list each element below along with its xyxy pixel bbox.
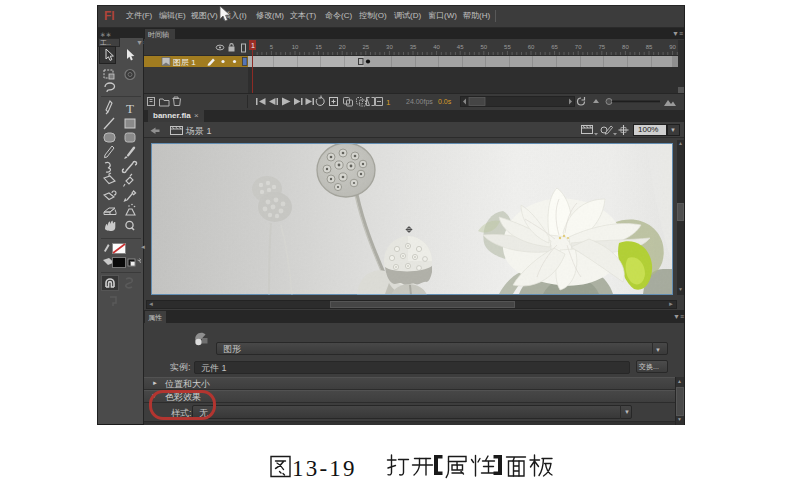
svg-text:50: 50 bbox=[480, 44, 487, 50]
svg-text:1: 1 bbox=[386, 98, 391, 107]
svg-text:40: 40 bbox=[433, 44, 440, 50]
svg-text:10: 10 bbox=[292, 44, 299, 50]
svg-text:90: 90 bbox=[669, 44, 676, 50]
svg-text:5: 5 bbox=[270, 44, 274, 50]
svg-text:T: T bbox=[126, 101, 134, 116]
svg-text:85: 85 bbox=[646, 44, 653, 50]
svg-text:45: 45 bbox=[457, 44, 464, 50]
svg-text:图层 1: 图层 1 bbox=[173, 58, 196, 67]
svg-text:80: 80 bbox=[622, 44, 629, 50]
svg-text:75: 75 bbox=[598, 44, 605, 50]
svg-text:60: 60 bbox=[528, 44, 535, 50]
svg-text:13-19: 13-19 bbox=[292, 456, 357, 480]
svg-text:65: 65 bbox=[551, 44, 558, 50]
svg-text:24.00fps: 24.00fps bbox=[406, 98, 433, 106]
svg-text:35: 35 bbox=[410, 44, 417, 50]
svg-text:55: 55 bbox=[504, 44, 511, 50]
svg-text:70: 70 bbox=[575, 44, 582, 50]
svg-text:20: 20 bbox=[339, 44, 346, 50]
svg-text:15: 15 bbox=[315, 44, 322, 50]
svg-text:25: 25 bbox=[362, 44, 369, 50]
svg-text:30: 30 bbox=[386, 44, 393, 50]
svg-text:场景 1: 场景 1 bbox=[185, 126, 212, 136]
svg-text:0.0s: 0.0s bbox=[438, 98, 452, 105]
